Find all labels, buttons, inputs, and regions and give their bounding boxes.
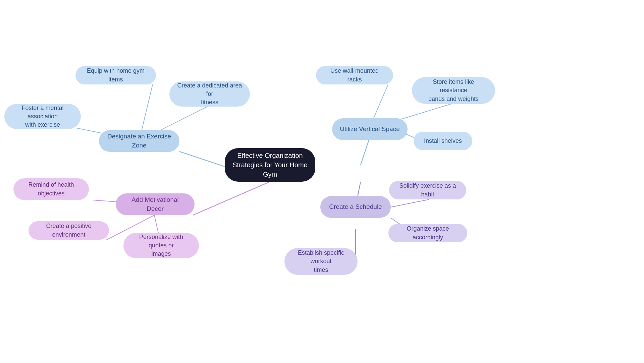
node-solidify-exercise-habit[interactable]: Solidify exercise as a habit: [389, 181, 466, 199]
node-store-items-resistance[interactable]: Store items like resistancebands and wei…: [412, 77, 495, 104]
node-add-motivational-decor[interactable]: Add Motivational Decor: [116, 193, 195, 215]
node-organize-space-accordingly[interactable]: Organize space accordingly: [388, 224, 467, 242]
node-create-dedicated-area[interactable]: Create a dedicated area forfitness: [169, 81, 250, 107]
node-establish-workout-times[interactable]: Establish specific workouttimes: [284, 248, 358, 275]
node-create-schedule[interactable]: Create a Schedule: [320, 196, 391, 218]
node-personalize-quotes-images[interactable]: Personalize with quotes orimages: [123, 233, 199, 258]
center-node[interactable]: Effective OrganizationStrategies for You…: [225, 148, 315, 182]
node-utilize-vertical-space[interactable]: Utilize Vertical Space: [332, 118, 408, 140]
svg-line-4: [361, 140, 369, 165]
node-remind-health-objectives[interactable]: Remind of health objectives: [13, 178, 89, 200]
node-foster-mental-association[interactable]: Foster a mental associationwith exercise: [4, 104, 81, 129]
node-designate-exercise-zone[interactable]: Designate an Exercise Zone: [99, 130, 179, 152]
node-create-positive-environment[interactable]: Create a positive environment: [29, 221, 109, 240]
svg-line-13: [391, 199, 429, 207]
node-equip-home-gym[interactable]: Equip with home gym items: [75, 66, 156, 84]
node-use-wall-mounted-racks[interactable]: Use wall-mounted racks: [316, 66, 393, 84]
node-install-shelves[interactable]: Install shelves: [414, 132, 472, 150]
svg-line-8: [193, 182, 270, 215]
